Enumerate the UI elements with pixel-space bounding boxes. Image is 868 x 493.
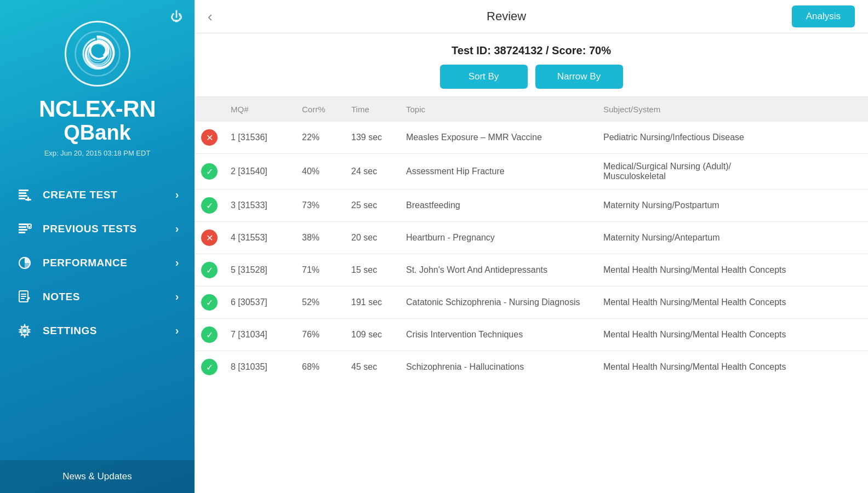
table-row[interactable]: ✓ 3 [31533] 73% 25 sec Breastfeeding Mat… [195,190,868,222]
sidebar: ⏻ NCLEX-RN QBank Exp: Jun 20, 2015 03:18… [0,0,195,493]
svg-rect-6 [25,199,31,200]
row-mq-cell: 2 [31540] [224,154,295,190]
row-topic-cell: Assessment Hip Fracture [399,154,597,190]
row-mq-cell: 7 [31034] [224,319,295,351]
notes-chevron: › [175,290,179,303]
results-table-container: MQ# Corr% Time Topic Subject/System ✕ 1 … [195,97,868,493]
power-button[interactable]: ⏻ [170,10,182,24]
table-row[interactable]: ✓ 6 [30537] 52% 191 sec Catatonic Schizo… [195,286,868,319]
svg-rect-16 [21,298,25,299]
create-test-chevron: › [175,188,179,201]
row-topic-cell: St. John's Wort And Antidepressants [399,254,597,286]
row-corr-cell: 38% [295,222,345,254]
table-row[interactable]: ✕ 4 [31553] 38% 20 sec Heartburn - Pregn… [195,222,868,254]
row-status-cell: ✓ [195,154,224,190]
row-subject-cell: Maternity Nursing/Postpartum [597,190,868,222]
performance-chevron: › [175,256,179,269]
score-text: Test ID: 38724132 / Score: 70% [452,44,611,57]
correct-icon: ✓ [201,359,218,375]
row-topic-cell: Schizophrenia - Hallucinations [399,351,597,383]
row-mq-cell: 5 [31528] [224,254,295,286]
row-subject-cell: Mental Health Nursing/Mental Health Conc… [597,286,868,319]
incorrect-icon: ✕ [201,129,218,146]
row-mq-cell: 6 [30537] [224,286,295,319]
row-mq-cell: 1 [31536] [224,122,295,154]
notes-icon [15,288,34,306]
row-topic-cell: Crisis Intervention Techniques [399,319,597,351]
row-subject-cell: Maternity Nursing/Antepartum [597,222,868,254]
row-status-cell: ✕ [195,122,224,154]
row-topic-cell: Catatonic Schizophrenia - Nursing Diagno… [399,286,597,319]
main-content: ‹ Review Analysis Test ID: 38724132 / Sc… [195,0,868,493]
svg-rect-3 [19,195,27,197]
row-corr-cell: 52% [295,286,345,319]
correct-icon: ✓ [201,326,218,343]
row-time-cell: 45 sec [345,351,399,383]
row-time-cell: 191 sec [345,286,399,319]
table-row[interactable]: ✓ 2 [31540] 40% 24 sec Assessment Hip Fr… [195,154,868,190]
sidebar-item-settings[interactable]: SETTINGS › [0,314,195,348]
create-test-icon [15,186,34,204]
correct-icon: ✓ [201,197,218,214]
col-header-mq: MQ# [224,97,295,122]
correct-icon: ✓ [201,163,218,180]
performance-label: PERFORMANCE [43,257,175,269]
svg-rect-8 [19,226,26,228]
nav-items: CREATE TEST › PREVIOUS TESTS › [0,173,195,460]
row-time-cell: 139 sec [345,122,399,154]
narrow-by-button[interactable]: Narrow By [535,65,623,89]
row-mq-cell: 8 [31035] [224,351,295,383]
row-subject-cell: Mental Health Nursing/Mental Health Conc… [597,351,868,383]
col-header-status [195,97,224,122]
svg-rect-10 [19,232,25,233]
sidebar-item-performance[interactable]: PERFORMANCE › [0,246,195,280]
create-test-label: CREATE TEST [43,189,175,201]
row-corr-cell: 73% [295,190,345,222]
row-subject-cell: Pediatric Nursing/Infectious Disease [597,122,868,154]
previous-tests-icon [15,220,34,238]
row-time-cell: 109 sec [345,319,399,351]
row-subject-cell: Mental Health Nursing/Mental Health Conc… [597,254,868,286]
row-mq-cell: 3 [31533] [224,190,295,222]
row-topic-cell: Measles Exposure – MMR Vaccine [399,122,597,154]
row-subject-cell: Mental Health Nursing/Mental Health Conc… [597,319,868,351]
row-status-cell: ✓ [195,319,224,351]
table-row[interactable]: ✓ 7 [31034] 76% 109 sec Crisis Intervent… [195,319,868,351]
notes-label: NOTES [43,291,175,303]
row-time-cell: 15 sec [345,254,399,286]
correct-icon: ✓ [201,294,218,311]
table-row[interactable]: ✓ 5 [31528] 71% 15 sec St. John's Wort A… [195,254,868,286]
sidebar-item-previous-tests[interactable]: PREVIOUS TESTS › [0,212,195,246]
table-row[interactable]: ✕ 1 [31536] 22% 139 sec Measles Exposure… [195,122,868,154]
row-mq-cell: 4 [31553] [224,222,295,254]
settings-label: SETTINGS [43,325,175,337]
expiry-text: Exp: Jun 20, 2015 03:18 PM EDT [44,149,151,157]
performance-icon [15,254,34,272]
svg-rect-7 [19,223,28,225]
row-topic-cell: Breastfeeding [399,190,597,222]
settings-chevron: › [175,324,179,337]
results-table: MQ# Corr% Time Topic Subject/System ✕ 1 … [195,97,868,383]
settings-icon [15,322,34,340]
col-header-corr: Corr% [295,97,345,122]
previous-tests-label: PREVIOUS TESTS [43,223,175,235]
logo [65,21,130,87]
row-time-cell: 24 sec [345,154,399,190]
app-subtitle: QBank [64,122,130,145]
col-header-time: Time [345,97,399,122]
col-header-topic: Topic [399,97,597,122]
svg-rect-4 [19,198,25,199]
previous-tests-chevron: › [175,222,179,235]
row-corr-cell: 71% [295,254,345,286]
row-corr-cell: 76% [295,319,345,351]
analysis-button[interactable]: Analysis [792,5,855,27]
back-button[interactable]: ‹ [208,9,213,24]
sort-by-button[interactable]: Sort By [440,65,528,89]
app-title: NCLEX-RN [39,96,156,122]
sidebar-item-notes[interactable]: NOTES › [0,280,195,314]
sidebar-item-create-test[interactable]: CREATE TEST › [0,178,195,212]
correct-icon: ✓ [201,262,218,278]
news-updates-bar[interactable]: News & Updates [0,460,195,493]
score-area: Test ID: 38724132 / Score: 70% Sort By N… [195,33,868,97]
table-row[interactable]: ✓ 8 [31035] 68% 45 sec Schizophrenia - H… [195,351,868,383]
